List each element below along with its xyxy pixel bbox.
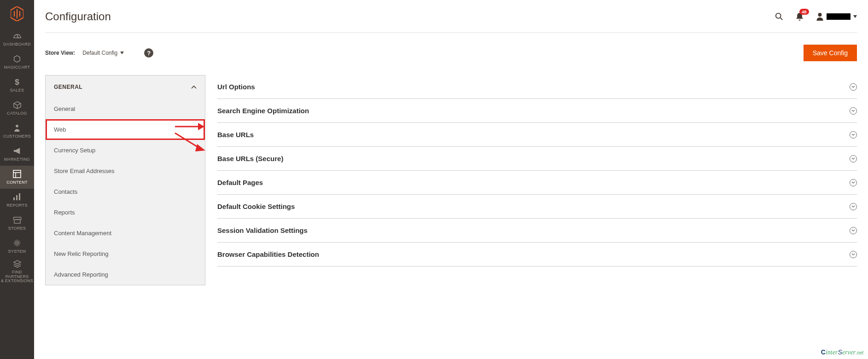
sidebar-item-dashboard[interactable]: DASHBOARD <box>0 28 34 51</box>
section-title: Base URLs (Secure) <box>217 155 283 162</box>
sidebar-item-label: DASHBOARD <box>3 42 31 47</box>
magento-logo[interactable] <box>0 0 34 28</box>
sidebar-item-sales[interactable]: $ SALES <box>0 74 34 97</box>
partners-icon <box>13 260 22 268</box>
config-nav-general[interactable]: General <box>46 98 205 119</box>
sidebar-item-label: FIND PARTNERS & EXTENSIONS <box>0 270 34 284</box>
store-view-label: Store View: <box>45 50 75 56</box>
sidebar-item-content[interactable]: CONTENT <box>0 166 34 189</box>
account-username <box>827 13 851 20</box>
search-icon[interactable] <box>775 12 783 21</box>
config-nav-label: Content Management <box>54 230 111 237</box>
notification-badge: 48 <box>799 9 809 15</box>
config-nav-label: Reports <box>54 209 75 216</box>
expand-icon <box>850 203 857 210</box>
svg-point-1 <box>16 124 18 127</box>
chevron-up-icon <box>191 84 197 90</box>
config-nav-contacts[interactable]: Contacts <box>46 181 205 202</box>
page-header: Configuration 48 <box>45 0 857 33</box>
sidebar-item-customers[interactable]: CUSTOMERS <box>0 120 34 143</box>
gear-icon <box>13 239 22 248</box>
admin-sidebar: DASHBOARD MAGICCART $ SALES CATALOG CUST… <box>0 0 34 359</box>
svg-rect-5 <box>13 197 15 200</box>
config-nav-label: Web <box>54 126 66 133</box>
config-nav-label: Advanced Reporting <box>54 271 108 278</box>
config-group-general[interactable]: GENERAL <box>46 75 205 98</box>
sidebar-item-label: REPORTS <box>6 203 27 208</box>
section-title: Search Engine Optimization <box>217 107 309 115</box>
expand-icon <box>850 83 857 91</box>
config-nav-web[interactable]: Web <box>46 119 205 140</box>
sidebar-item-label: CONTENT <box>6 180 28 185</box>
section-title: Url Options <box>217 83 255 91</box>
account-menu[interactable] <box>816 12 857 21</box>
sidebar-item-system[interactable]: SYSTEM <box>0 235 34 258</box>
section-url-options[interactable]: Url Options <box>217 75 857 99</box>
scope-help-icon[interactable]: ? <box>144 48 153 58</box>
section-browser-capabilities[interactable]: Browser Capabilities Detection <box>217 243 857 266</box>
sidebar-item-label: MAGICCART <box>4 65 30 70</box>
svg-point-8 <box>16 242 18 244</box>
scope-value: Default Config <box>82 50 117 56</box>
svg-point-9 <box>776 13 781 18</box>
scope-toolbar: Store View: Default Config ? Save Config <box>45 33 857 75</box>
sidebar-item-label: CATALOG <box>7 111 27 116</box>
config-sections: Url Options Search Engine Optimization B… <box>205 75 857 285</box>
config-nav-label: General <box>54 105 75 112</box>
expand-icon <box>850 155 857 162</box>
expand-icon <box>850 131 857 139</box>
config-content: GENERAL General Web Currency Setup Store… <box>45 75 857 285</box>
sidebar-item-label: SYSTEM <box>8 249 26 254</box>
config-nav-advanced-reporting[interactable]: Advanced Reporting <box>46 264 205 285</box>
sidebar-item-label: MARKETING <box>4 157 30 162</box>
section-default-pages[interactable]: Default Pages <box>217 171 857 195</box>
config-nav-reports[interactable]: Reports <box>46 202 205 223</box>
save-config-button[interactable]: Save Config <box>804 45 857 61</box>
box-icon <box>13 101 22 110</box>
expand-icon <box>850 227 857 234</box>
sidebar-item-magiccart[interactable]: MAGICCART <box>0 51 34 74</box>
svg-rect-7 <box>19 193 20 200</box>
expand-icon <box>850 179 857 186</box>
config-nav-currency-setup[interactable]: Currency Setup <box>46 140 205 161</box>
config-nav-panel: GENERAL General Web Currency Setup Store… <box>45 75 205 285</box>
dollar-icon: $ <box>13 78 22 87</box>
section-title: Session Validation Settings <box>217 226 308 234</box>
section-title: Base URLs <box>217 131 254 139</box>
storefront-icon <box>13 216 22 225</box>
section-session-validation[interactable]: Session Validation Settings <box>217 219 857 243</box>
svg-rect-6 <box>16 195 17 200</box>
sidebar-item-find-partners[interactable]: FIND PARTNERS & EXTENSIONS <box>0 258 34 285</box>
bar-chart-icon <box>13 193 22 202</box>
expand-icon <box>850 251 857 258</box>
config-nav-label: Contacts <box>54 188 77 195</box>
section-seo[interactable]: Search Engine Optimization <box>217 99 857 123</box>
svg-line-10 <box>781 18 783 20</box>
section-base-urls-secure[interactable]: Base URLs (Secure) <box>217 147 857 171</box>
svg-rect-2 <box>13 170 21 178</box>
watermark: CinterServer.net <box>821 348 863 356</box>
sidebar-item-stores[interactable]: STORES <box>0 212 34 235</box>
svg-text:$: $ <box>15 78 19 87</box>
svg-point-11 <box>818 13 821 17</box>
section-title: Browser Capabilities Detection <box>217 250 319 258</box>
sidebar-item-reports[interactable]: REPORTS <box>0 189 34 212</box>
section-default-cookie[interactable]: Default Cookie Settings <box>217 195 857 219</box>
config-nav-content-management[interactable]: Content Management <box>46 223 205 243</box>
config-group-label: GENERAL <box>54 84 82 90</box>
sidebar-item-label: STORES <box>8 226 26 231</box>
section-base-urls[interactable]: Base URLs <box>217 123 857 147</box>
config-nav-label: Store Email Addresses <box>54 168 115 174</box>
config-nav-store-email[interactable]: Store Email Addresses <box>46 161 205 181</box>
section-title: Default Pages <box>217 179 263 186</box>
main-content: Configuration 48 Store View: Default Con… <box>34 0 868 359</box>
scope-selector[interactable]: Default Config <box>82 50 124 56</box>
section-title: Default Cookie Settings <box>217 203 295 210</box>
hexagon-icon <box>13 55 22 64</box>
layout-icon <box>13 170 22 179</box>
bullhorn-icon <box>13 147 22 156</box>
sidebar-item-catalog[interactable]: CATALOG <box>0 97 34 120</box>
config-nav-newrelic[interactable]: New Relic Reporting <box>46 243 205 264</box>
notification-bell-icon[interactable]: 48 <box>795 12 804 21</box>
sidebar-item-marketing[interactable]: MARKETING <box>0 143 34 166</box>
